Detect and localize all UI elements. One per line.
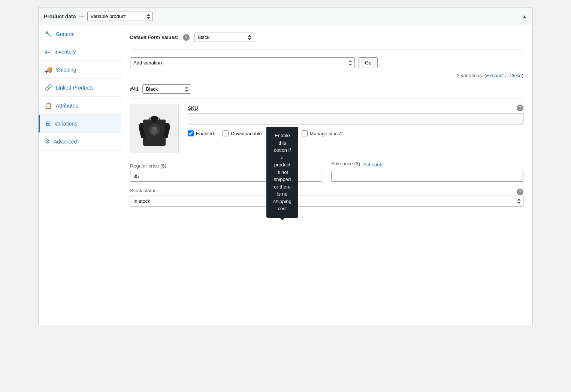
enabled-checkbox-label[interactable]: Enabled: bbox=[188, 130, 215, 136]
stock-status-header: Stock status ? bbox=[130, 188, 523, 196]
sale-price-input[interactable] bbox=[331, 171, 523, 182]
expand-link[interactable]: Expand bbox=[486, 73, 502, 78]
sku-label-row: SKU ? bbox=[188, 105, 523, 111]
manage-stock-checkbox[interactable] bbox=[302, 130, 308, 136]
variation-color-select[interactable]: Black White bbox=[142, 84, 191, 94]
count-text: 2 variations bbox=[457, 73, 481, 78]
manage-stock-label: Manage stock? bbox=[310, 131, 343, 136]
virtual-checkbox[interactable] bbox=[271, 130, 277, 136]
regular-price-label: Regular price ($) bbox=[130, 163, 322, 169]
title-separator: — bbox=[79, 13, 84, 19]
gear-icon: ⚙ bbox=[45, 138, 50, 145]
sidebar-item-general[interactable]: 🔧 General bbox=[39, 25, 121, 43]
sidebar-item-inventory[interactable]: 🏷 Inventory bbox=[39, 43, 121, 61]
checkboxes-row: Enabled: Downloadable: Virtual: bbox=[188, 130, 523, 136]
enabled-checkbox[interactable] bbox=[188, 130, 194, 136]
sidebar-item-advanced[interactable]: ⚙ Advanced bbox=[39, 133, 121, 151]
manage-stock-checkbox-label[interactable]: Manage stock? bbox=[302, 130, 343, 136]
sku-input[interactable] bbox=[188, 114, 523, 124]
variation-id: #41 bbox=[130, 86, 139, 92]
variation-fields: SKU ? Enabled: Downloadable: bbox=[188, 105, 523, 153]
schedule-link[interactable]: Schedule bbox=[363, 162, 383, 168]
downloadable-checkbox-label[interactable]: Downloadable: bbox=[223, 130, 263, 136]
product-data-header: Product data — Variable product Simple p… bbox=[39, 8, 532, 25]
stock-section: Stock status ? In stock Out of stock On … bbox=[130, 188, 523, 206]
sidebar-item-attributes[interactable]: 📋 Attributes bbox=[39, 97, 121, 115]
sidebar-label-advanced: Advanced bbox=[54, 139, 77, 145]
grid-icon: ⊞ bbox=[46, 120, 51, 127]
sidebar-label-variations: Variations bbox=[54, 121, 77, 127]
main-content: Default Form Values: ? Black White Red B… bbox=[121, 25, 532, 325]
downloadable-label: Downloadable: bbox=[231, 131, 263, 136]
default-form-select[interactable]: Black White Red Blue bbox=[194, 33, 254, 42]
virtual-checkbox-label[interactable]: Virtual: bbox=[271, 130, 294, 136]
variation-header-row: #41 Black White bbox=[130, 84, 523, 99]
collapse-button[interactable]: ▲ bbox=[522, 13, 527, 19]
variation-image[interactable] bbox=[130, 105, 179, 153]
truck-icon: 🚚 bbox=[45, 66, 52, 73]
link-icon: 🔗 bbox=[45, 84, 52, 91]
stock-status-select[interactable]: In stock Out of stock On backorder bbox=[130, 196, 523, 206]
svg-point-3 bbox=[153, 127, 156, 130]
add-variation-row: Add variation Add all variations Remove … bbox=[130, 57, 523, 68]
product-data-label: Product data bbox=[44, 13, 76, 19]
sidebar-item-linked-products[interactable]: 🔗 Linked Products bbox=[39, 79, 121, 97]
regular-price-field: Regular price ($) bbox=[130, 163, 322, 182]
enabled-label: Enabled: bbox=[196, 131, 215, 136]
sale-price-field: Sale price ($) Schedule bbox=[331, 161, 523, 182]
virtual-label: Virtual: bbox=[279, 131, 294, 136]
sale-price-header: Sale price ($) Schedule bbox=[331, 161, 523, 169]
sidebar: 🔧 General 🏷 Inventory 🚚 Shipping 🔗 Linke… bbox=[39, 25, 121, 325]
list-icon: 📋 bbox=[45, 102, 52, 109]
svg-point-1 bbox=[151, 116, 158, 122]
variations-count: 2 variations (Expand / Close) bbox=[130, 73, 523, 78]
virtual-tooltip-container: Virtual: Enable this option if a product… bbox=[271, 130, 294, 136]
sidebar-item-variations[interactable]: ⊞ Variations bbox=[39, 115, 121, 133]
sidebar-label-shipping: Shipping bbox=[56, 67, 76, 73]
sidebar-label-attributes: Attributes bbox=[56, 103, 78, 109]
tag-icon: 🏷 bbox=[45, 48, 51, 55]
stock-status-help-icon[interactable]: ? bbox=[517, 189, 523, 195]
sidebar-label-inventory: Inventory bbox=[54, 49, 76, 55]
close-link[interactable]: Close bbox=[509, 73, 522, 78]
sidebar-item-shipping[interactable]: 🚚 Shipping bbox=[39, 61, 121, 79]
default-form-help-icon[interactable]: ? bbox=[183, 34, 190, 41]
product-data-body: 🔧 General 🏷 Inventory 🚚 Shipping 🔗 Linke… bbox=[39, 25, 532, 325]
product-data-title-area: Product data — Variable product Simple p… bbox=[44, 12, 153, 21]
sidebar-label-general: General bbox=[56, 31, 75, 37]
default-form-values-row: Default Form Values: ? Black White Red B… bbox=[130, 33, 523, 50]
hoodie-svg bbox=[136, 108, 173, 150]
default-form-label: Default Form Values: bbox=[130, 34, 178, 40]
go-button[interactable]: Go bbox=[359, 57, 378, 68]
wrench-icon: 🔧 bbox=[45, 30, 52, 37]
sku-help-icon[interactable]: ? bbox=[517, 105, 523, 111]
product-type-select[interactable]: Variable product Simple product External… bbox=[87, 12, 153, 21]
regular-price-input[interactable] bbox=[130, 171, 322, 182]
sale-price-label: Sale price ($) bbox=[331, 161, 360, 166]
prices-row: Regular price ($) Sale price ($) Schedul… bbox=[130, 161, 523, 182]
variation-body: SKU ? Enabled: Downloadable: bbox=[130, 105, 523, 153]
downloadable-checkbox[interactable] bbox=[223, 130, 229, 136]
variation-action-select[interactable]: Add variation Add all variations Remove … bbox=[130, 57, 355, 68]
sku-text: SKU bbox=[188, 105, 198, 111]
product-data-panel: Product data — Variable product Simple p… bbox=[38, 7, 533, 325]
stock-status-label: Stock status bbox=[130, 188, 157, 193]
sidebar-label-linked: Linked Products bbox=[56, 85, 93, 91]
